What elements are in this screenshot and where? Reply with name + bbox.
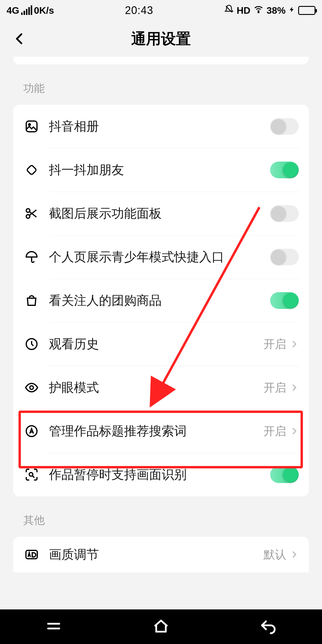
hd-label: HD [237, 5, 250, 16]
image-icon [23, 118, 40, 135]
row-pause-recognition[interactable]: 作品暂停时支持画面识别 [13, 453, 309, 496]
svg-point-0 [258, 12, 259, 13]
shopping-bag-icon [23, 292, 40, 309]
status-left: 4G 0K/s [7, 5, 54, 16]
row-value: 开启 [264, 424, 286, 439]
toggle-screenshot-panel[interactable] [270, 205, 299, 222]
mute-icon [224, 4, 234, 16]
row-quality-adjust[interactable]: 画质调节 默认 [13, 537, 309, 572]
battery-icon [298, 6, 315, 15]
svg-point-7 [30, 386, 33, 389]
svg-point-4 [26, 209, 30, 212]
previous-card-sliver [13, 57, 309, 64]
nav-header: 通用设置 [0, 21, 322, 57]
row-label: 作品暂停时支持画面识别 [49, 466, 270, 483]
row-teen-mode-shortcut[interactable]: 个人页展示青少年模式快捷入口 [13, 235, 309, 279]
battery-pct: 38% [267, 5, 286, 16]
row-value: 开启 [264, 337, 286, 352]
toggle-teen-mode-shortcut[interactable] [270, 249, 299, 265]
row-value: 开启 [264, 380, 286, 395]
ad-icon [23, 546, 40, 563]
status-time: 20:43 [54, 4, 224, 17]
row-label: 抖一抖加朋友 [49, 162, 270, 178]
status-bar: 4G 0K/s 20:43 HD 38% [0, 0, 322, 21]
section-label-others: 其他 [0, 496, 322, 534]
toggle-pause-recognition[interactable] [270, 466, 299, 483]
charging-icon [289, 5, 295, 16]
row-douyin-album[interactable]: 抖音相册 [13, 105, 309, 148]
others-card: 画质调节 默认 [13, 537, 309, 572]
row-label: 截图后展示功能面板 [49, 205, 270, 222]
clock-icon [23, 336, 40, 352]
row-label: 管理作品标题推荐搜索词 [49, 423, 264, 439]
signal-icon [21, 6, 32, 15]
row-value: 默认 [264, 547, 286, 562]
home-button[interactable] [151, 617, 171, 637]
section-label-features: 功能 [0, 64, 322, 102]
shake-icon [23, 162, 40, 178]
row-manage-search-keywords[interactable]: 管理作品标题推荐搜索词 开启 [13, 409, 309, 453]
svg-rect-1 [26, 121, 37, 132]
chevron-right-icon [290, 427, 299, 436]
recent-apps-button[interactable] [44, 617, 63, 637]
row-follow-groupbuy[interactable]: 看关注人的团购商品 [13, 279, 309, 322]
row-eye-care[interactable]: 护眼模式 开启 [13, 366, 309, 409]
row-watch-history[interactable]: 观看历史 开启 [13, 322, 309, 366]
chevron-right-icon [290, 340, 299, 349]
umbrella-icon [23, 249, 40, 265]
wifi-icon [253, 4, 264, 17]
scan-icon [23, 466, 40, 483]
back-system-button[interactable] [259, 617, 278, 637]
svg-point-2 [29, 124, 30, 126]
system-nav-bar [0, 609, 322, 644]
letter-a-circle-icon [23, 423, 40, 439]
toggle-follow-groupbuy[interactable] [270, 292, 299, 309]
features-card: 抖音相册 抖一抖加朋友 截图后展示功能面板 个人页展示青少年模式快捷入口 [13, 105, 309, 496]
eye-icon [23, 379, 40, 396]
toggle-douyin-album[interactable] [270, 118, 299, 135]
row-label: 抖音相册 [49, 118, 270, 135]
svg-point-9 [29, 473, 33, 476]
row-label: 观看历史 [49, 336, 264, 352]
row-label: 个人页展示青少年模式快捷入口 [49, 249, 270, 265]
toggle-shake-add-friend[interactable] [270, 162, 299, 178]
chevron-right-icon [290, 383, 299, 392]
row-label: 护眼模式 [49, 379, 264, 396]
scissors-icon [23, 205, 40, 222]
network-label: 4G [7, 5, 19, 16]
chevron-right-icon [290, 550, 299, 559]
network-speed: 0K/s [34, 5, 54, 16]
status-right: HD 38% [224, 4, 315, 17]
row-label: 看关注人的团购商品 [49, 292, 270, 309]
svg-rect-3 [27, 165, 37, 175]
row-screenshot-panel[interactable]: 截图后展示功能面板 [13, 192, 309, 235]
page-title: 通用设置 [11, 29, 311, 49]
row-label: 画质调节 [49, 546, 264, 563]
svg-point-5 [26, 215, 30, 218]
row-shake-add-friend[interactable]: 抖一抖加朋友 [13, 148, 309, 192]
